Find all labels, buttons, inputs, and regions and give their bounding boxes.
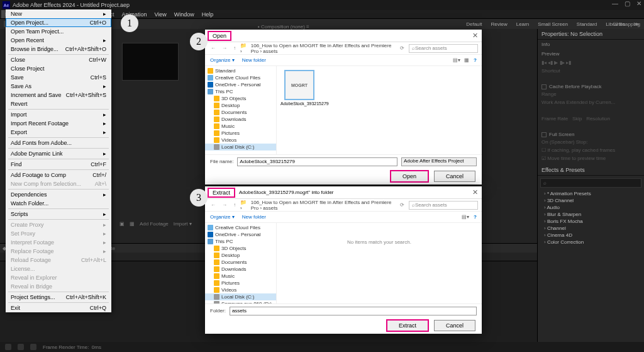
new-folder-button[interactable]: New folder bbox=[242, 57, 266, 63]
breadcrumb[interactable]: 📁 › 106_How to Open an MOGRT file in Aft… bbox=[240, 200, 396, 211]
back-icon[interactable]: ← bbox=[209, 45, 218, 51]
menu-item-dependencies[interactable]: Dependencies▸ bbox=[6, 190, 111, 199]
menu-item-save-as[interactable]: Save As▸ bbox=[6, 82, 111, 91]
menu-item-add-fonts-from-adobe-[interactable]: Add Fonts from Adobe... bbox=[6, 139, 111, 147]
search-input[interactable]: ⌕ Search assets bbox=[409, 44, 478, 53]
menu-item-close[interactable]: CloseCtrl+W bbox=[6, 55, 111, 64]
new-folder-button[interactable]: New folder bbox=[242, 214, 266, 220]
effects-presets-panel[interactable]: Effects & Presets bbox=[538, 165, 644, 176]
composition-panel-tab[interactable]: ▪ Composition (none) ≡ bbox=[258, 24, 309, 30]
refresh-icon[interactable]: ⟳ bbox=[398, 202, 406, 208]
extract-button[interactable]: Extract bbox=[386, 319, 429, 332]
up-icon[interactable]: ↑ bbox=[231, 45, 238, 51]
preview-panel[interactable]: Preview bbox=[538, 49, 644, 59]
tree-item[interactable]: Creative Cloud Files bbox=[205, 74, 276, 81]
refresh-icon[interactable]: ⟳ bbox=[398, 45, 406, 51]
menu-window[interactable]: Window bbox=[170, 10, 198, 18]
menu-item-save[interactable]: SaveCtrl+S bbox=[6, 73, 111, 82]
search-input[interactable]: ⌕ Search assets bbox=[409, 201, 478, 210]
workspace-review[interactable]: Review bbox=[491, 21, 508, 27]
minimize-button[interactable]: — bbox=[612, 0, 618, 7]
menu-item-import[interactable]: Import▸ bbox=[6, 110, 111, 119]
effect-category[interactable]: Color Correction bbox=[538, 239, 644, 246]
menu-view[interactable]: View bbox=[150, 10, 170, 18]
tree-item[interactable]: Music bbox=[205, 123, 276, 130]
breadcrumb[interactable]: 📁 › 106_How to Open an MOGRT file in Aft… bbox=[240, 43, 396, 54]
tree-item[interactable]: OneDrive - Personal bbox=[205, 81, 276, 88]
menu-item-export[interactable]: Export▸ bbox=[6, 128, 111, 137]
menu-item-increment-and-save[interactable]: Increment and SaveCtrl+Alt+Shift+S bbox=[6, 91, 111, 99]
open-button[interactable]: Open bbox=[390, 170, 429, 183]
effect-category[interactable]: * Animation Presets bbox=[538, 190, 644, 197]
menu-item-watch-folder-[interactable]: Watch Folder... bbox=[6, 199, 111, 208]
menu-item-import-recent-footage[interactable]: Import Recent Footage▸ bbox=[6, 119, 111, 128]
close-icon[interactable]: ✕ bbox=[472, 188, 478, 196]
tree-item[interactable]: Downloads bbox=[205, 266, 276, 273]
file-item[interactable]: MOGRT AdobeStock_393215279 bbox=[280, 70, 318, 106]
tree-item[interactable]: 3D Objects bbox=[205, 95, 276, 102]
menu-item-open-team-project-[interactable]: Open Team Project... bbox=[6, 27, 111, 36]
tree-item[interactable]: OneDrive - Personal bbox=[205, 231, 276, 238]
tree-item[interactable]: Pictures bbox=[205, 130, 276, 137]
menu-item-project-settings-[interactable]: Project Settings...Ctrl+Alt+Shift+K bbox=[6, 293, 111, 302]
menu-item-adobe-dynamic-link[interactable]: Adobe Dynamic Link▸ bbox=[6, 149, 111, 158]
file-filter-select[interactable]: Adobe After Effects Project bbox=[401, 157, 477, 166]
forward-icon[interactable]: → bbox=[220, 45, 229, 51]
workspace-small-screen[interactable]: Small Screen bbox=[538, 21, 568, 27]
file-area[interactable]: MOGRT AdobeStock_393215279 bbox=[277, 66, 482, 154]
menu-item-close-project[interactable]: Close Project bbox=[6, 64, 111, 73]
footage-tool-icon[interactable]: ▦ bbox=[130, 221, 135, 227]
effect-category[interactable]: Channel bbox=[538, 225, 644, 232]
menu-item-browse-in-bridge-[interactable]: Browse in Bridge...Ctrl+Alt+Shift+O bbox=[6, 45, 111, 54]
tree-item[interactable]: Samsung evo 860 (D:) bbox=[205, 300, 276, 304]
organize-button[interactable]: Organize ▾ bbox=[210, 214, 235, 220]
file-area[interactable]: No items match your search. bbox=[277, 223, 482, 304]
footage-tool-icon[interactable]: ▣ bbox=[119, 221, 125, 227]
menu-help[interactable]: Help bbox=[198, 10, 218, 18]
filename-input[interactable] bbox=[237, 157, 397, 166]
effect-category[interactable]: Audio bbox=[538, 204, 644, 211]
cancel-button[interactable]: Cancel bbox=[434, 171, 475, 182]
tree-item[interactable]: Documents bbox=[205, 259, 276, 266]
menu-item-add-footage-to-comp[interactable]: Add Footage to CompCtrl+/ bbox=[6, 171, 111, 179]
menu-item-open-recent[interactable]: Open Recent▸ bbox=[6, 36, 111, 45]
close-button[interactable]: ✕ bbox=[636, 0, 641, 7]
tree-item[interactable]: Creative Cloud Files bbox=[205, 224, 276, 231]
workspace-default[interactable]: Default bbox=[466, 21, 482, 27]
effect-category[interactable]: Boris FX Mocha bbox=[538, 218, 644, 225]
cancel-button[interactable]: Cancel bbox=[434, 320, 475, 331]
tree-item[interactable]: 3D Objects bbox=[205, 245, 276, 252]
status-icon[interactable] bbox=[30, 344, 36, 350]
tree-item[interactable]: Pictures bbox=[205, 280, 276, 287]
workspace-more[interactable]: ≫ bbox=[634, 21, 639, 27]
tree-item[interactable]: Videos bbox=[205, 287, 276, 293]
workspace-libraries[interactable]: Libraries bbox=[606, 21, 625, 27]
up-icon[interactable]: ↑ bbox=[231, 202, 238, 208]
folder-input[interactable] bbox=[230, 307, 477, 315]
effects-search-input[interactable]: ⌕ bbox=[540, 178, 641, 188]
tree-item[interactable]: Local Disk (C:) bbox=[205, 144, 276, 150]
effect-category[interactable]: Cinema 4D bbox=[538, 232, 644, 239]
menu-item-find[interactable]: FindCtrl+F bbox=[6, 160, 111, 169]
info-panel[interactable]: Info bbox=[538, 40, 644, 49]
tree-item[interactable]: This PC bbox=[205, 238, 276, 245]
tree-item[interactable]: Music bbox=[205, 273, 276, 280]
tree-item[interactable]: Videos bbox=[205, 137, 276, 144]
menu-item-exit[interactable]: ExitCtrl+Q bbox=[6, 304, 111, 312]
tree-item[interactable]: Downloads bbox=[205, 116, 276, 123]
maximize-button[interactable]: ▢ bbox=[625, 0, 630, 7]
back-icon[interactable]: ← bbox=[209, 202, 218, 208]
forward-icon[interactable]: → bbox=[220, 202, 229, 208]
tree-item[interactable]: Desktop bbox=[205, 252, 276, 259]
tree-item[interactable]: Local Disk (C:) bbox=[205, 293, 276, 300]
menu-item-scripts[interactable]: Scripts▸ bbox=[6, 210, 111, 219]
menu-item-new[interactable]: New▸ bbox=[6, 9, 111, 18]
tree-item[interactable]: Desktop bbox=[205, 102, 276, 109]
menu-item-open-project-[interactable]: Open Project...Ctrl+O bbox=[6, 18, 111, 27]
status-icon[interactable] bbox=[5, 344, 11, 350]
workspace-learn[interactable]: Learn bbox=[516, 21, 529, 27]
status-icon[interactable] bbox=[18, 344, 24, 350]
close-icon[interactable]: ✕ bbox=[472, 31, 478, 40]
effect-category[interactable]: Blur & Sharpen bbox=[538, 211, 644, 218]
tree-item[interactable]: This PC bbox=[205, 88, 276, 95]
